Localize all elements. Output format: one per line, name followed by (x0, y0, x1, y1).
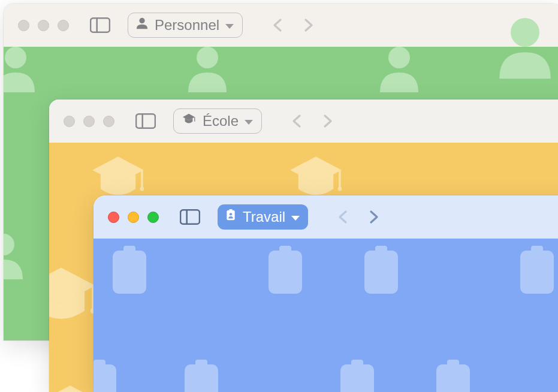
nav-arrows (337, 210, 380, 224)
badge-icon (225, 208, 237, 226)
traffic-lights (108, 212, 159, 223)
profile-switcher-ecole[interactable]: École (173, 108, 262, 134)
back-button[interactable] (337, 210, 350, 224)
chevron-down-icon (291, 216, 300, 221)
graduation-cap-icon (181, 113, 197, 129)
forward-button[interactable] (367, 210, 380, 224)
forward-button[interactable] (301, 18, 315, 32)
profile-label: Travail (243, 209, 285, 225)
close-button[interactable] (64, 116, 75, 127)
forward-button[interactable] (321, 114, 334, 128)
sidebar-toggle-button[interactable] (132, 112, 159, 130)
minimize-button[interactable] (83, 116, 95, 127)
chevron-down-icon (245, 120, 253, 125)
toolbar: Personnel (4, 4, 558, 47)
toolbar: École (49, 99, 558, 143)
nav-arrows (291, 114, 334, 128)
profile-switcher-travail[interactable]: Travail (218, 204, 308, 230)
sidebar-toggle-button[interactable] (177, 208, 203, 226)
zoom-button[interactable] (58, 20, 69, 31)
profile-label: École (203, 113, 239, 129)
close-button[interactable] (18, 20, 29, 31)
profile-switcher-personnel[interactable]: Personnel (128, 13, 243, 38)
chevron-down-icon (225, 24, 234, 29)
profile-label: Personnel (155, 17, 219, 34)
minimize-button[interactable] (38, 20, 49, 31)
toolbar: Travail (93, 195, 558, 239)
back-button[interactable] (291, 114, 304, 128)
back-button[interactable] (272, 18, 285, 32)
traffic-lights (64, 116, 114, 127)
sidebar-toggle-button[interactable] (87, 16, 113, 34)
traffic-lights (18, 20, 69, 31)
zoom-button[interactable] (103, 116, 114, 127)
zoom-button[interactable] (147, 212, 159, 223)
nav-arrows (272, 18, 315, 32)
minimize-button[interactable] (128, 212, 139, 223)
person-icon (135, 17, 149, 34)
safari-window-travail: Travail (93, 195, 558, 392)
close-button[interactable] (108, 212, 119, 223)
content-area (93, 239, 558, 392)
